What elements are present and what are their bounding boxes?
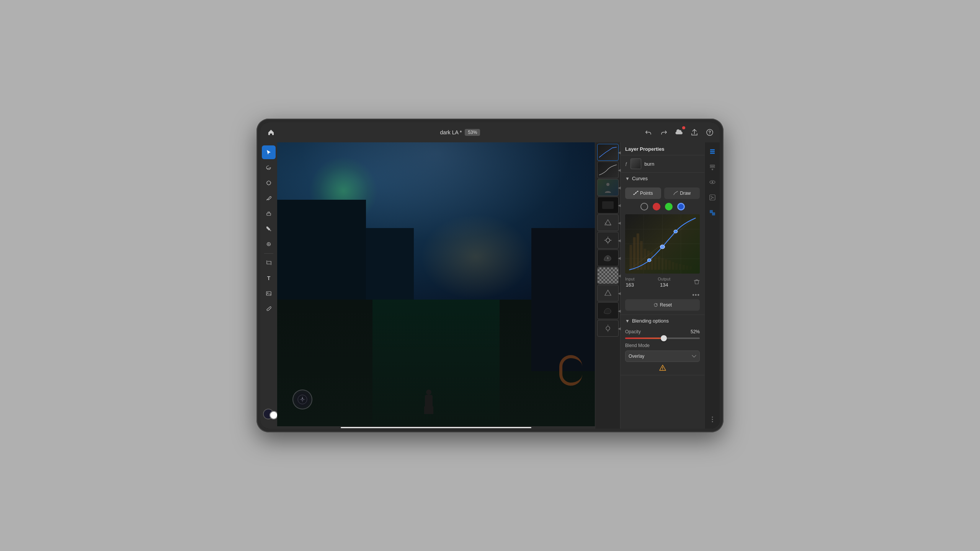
top-bar: dark LA * 53% — [260, 122, 720, 142]
layer-name-row: ƒ burn — [621, 155, 704, 173]
tool-eraser[interactable] — [262, 207, 276, 220]
layer-thumb-10[interactable] — [597, 302, 619, 319]
layer-expand-3[interactable]: ◀ — [618, 186, 622, 190]
undo-button[interactable] — [643, 127, 654, 138]
layer-row-4: ◀ — [597, 197, 619, 214]
layer-name[interactable]: burn — [644, 161, 654, 167]
svg-point-11 — [606, 238, 610, 242]
svg-rect-57 — [710, 167, 715, 168]
layer-type-icon: ƒ — [625, 161, 627, 166]
background-color[interactable] — [270, 411, 278, 419]
points-button[interactable]: Points — [625, 187, 661, 199]
tablet-screen: dark LA * 53% — [260, 122, 720, 429]
opacity-slider-thumb[interactable] — [661, 335, 667, 341]
layer-expand-4[interactable]: ◀ — [618, 203, 622, 207]
left-toolbar: T — [260, 142, 277, 429]
layer-thumb-11[interactable] — [597, 320, 619, 337]
tool-clone[interactable] — [262, 237, 276, 251]
layer-row-3: ◀ — [597, 179, 619, 196]
curves-section-header[interactable]: ▼ Curves — [621, 173, 704, 184]
tool-pen[interactable] — [262, 191, 276, 205]
svg-point-20 — [635, 192, 637, 194]
right-panel: Layer Properties ƒ burn ▼ Curves — [620, 142, 704, 429]
layer-expand-8[interactable]: ◀ — [618, 274, 622, 278]
redo-button[interactable] — [658, 127, 669, 138]
layer-expand-2[interactable]: ◀ — [618, 168, 622, 172]
blending-title: Blending options — [632, 318, 700, 324]
reset-button[interactable]: Reset — [625, 299, 700, 311]
opacity-label: Opacity — [625, 329, 641, 334]
opacity-slider[interactable] — [625, 337, 700, 339]
opacity-row: Opacity 52% — [625, 329, 700, 334]
layer-thumb-5[interactable] — [597, 214, 619, 231]
output-label: Output — [658, 277, 670, 281]
svg-point-47 — [648, 259, 651, 262]
curves-graph[interactable] — [625, 214, 700, 274]
canvas-area[interactable] — [277, 142, 595, 429]
layer-thumb-7[interactable] — [597, 249, 619, 266]
zoom-badge[interactable]: 53% — [465, 129, 480, 136]
layer-row-9: ◀ — [597, 285, 619, 302]
layer-expand-10[interactable]: ◀ — [618, 309, 622, 313]
compass-widget[interactable] — [292, 390, 312, 409]
tool-text[interactable]: T — [262, 271, 276, 285]
layer-thumb-2[interactable] — [597, 161, 619, 178]
layer-thumb-3[interactable] — [597, 179, 619, 196]
svg-point-16 — [606, 326, 610, 330]
share-button[interactable] — [689, 127, 700, 138]
canvas-scrubber[interactable] — [277, 426, 595, 429]
tool-select[interactable] — [262, 145, 276, 159]
top-bar-left — [265, 126, 277, 139]
svg-point-68 — [712, 421, 713, 422]
image-adjust-button[interactable] — [706, 191, 719, 204]
scrubber-track — [341, 427, 531, 428]
channel-blue[interactable] — [677, 203, 685, 210]
svg-point-19 — [634, 194, 635, 195]
blend-mode-select[interactable]: Overlay — [625, 350, 700, 362]
layer-expand-6[interactable]: ◀ — [618, 238, 622, 243]
blend-options-button[interactable] — [706, 207, 719, 219]
visibility-button[interactable] — [706, 176, 719, 188]
cloud-button[interactable] — [674, 127, 684, 138]
more-panel-options[interactable] — [706, 413, 719, 425]
svg-rect-40 — [668, 260, 671, 270]
curves-section: ▼ Curves — [621, 173, 704, 315]
curves-mode-buttons: Points Draw — [625, 187, 700, 199]
layer-expand-7[interactable]: ◀ — [618, 256, 622, 260]
add-layer-button[interactable] — [706, 161, 719, 173]
svg-rect-36 — [654, 254, 657, 270]
svg-rect-3 — [267, 213, 271, 215]
svg-point-48 — [660, 245, 665, 249]
more-options-button[interactable]: ••• — [625, 291, 700, 299]
help-button[interactable] — [704, 127, 715, 138]
input-value: 163 — [626, 282, 634, 288]
channel-white[interactable] — [640, 203, 648, 210]
blending-header[interactable]: ▼ Blending options — [621, 315, 704, 327]
channel-red[interactable] — [653, 203, 660, 210]
channel-green[interactable] — [665, 203, 673, 210]
blending-collapse-icon: ▼ — [625, 318, 630, 324]
tool-eyedropper[interactable] — [262, 302, 276, 316]
blend-mode-value: Overlay — [629, 354, 644, 359]
layer-thumb-4[interactable] — [597, 197, 619, 214]
curves-collapse-icon: ▼ — [625, 176, 630, 181]
layers-panel-button[interactable] — [706, 145, 719, 158]
tool-magic-select[interactable] — [262, 176, 276, 190]
layer-thumb-6[interactable] — [597, 232, 619, 249]
tool-lasso[interactable] — [262, 161, 276, 174]
layer-row-11: ◀ — [597, 320, 619, 337]
layer-expand-11[interactable]: ◀ — [618, 326, 622, 331]
home-button[interactable] — [265, 126, 277, 139]
layer-thumb-8[interactable] — [597, 267, 619, 284]
draw-button[interactable]: Draw — [664, 187, 700, 199]
tool-fill[interactable] — [262, 222, 276, 236]
input-group: Input 163 — [625, 277, 634, 288]
layer-expand-5[interactable]: ◀ — [618, 221, 622, 225]
tool-crop[interactable] — [262, 256, 276, 270]
tool-image[interactable] — [262, 287, 276, 300]
delete-point-button[interactable] — [694, 279, 700, 286]
layer-thumb-9[interactable] — [597, 285, 619, 302]
layer-expand-9[interactable]: ◀ — [618, 291, 622, 295]
layer-expand-1[interactable]: ◀ — [618, 150, 622, 155]
layer-thumb-1[interactable] — [597, 144, 619, 161]
